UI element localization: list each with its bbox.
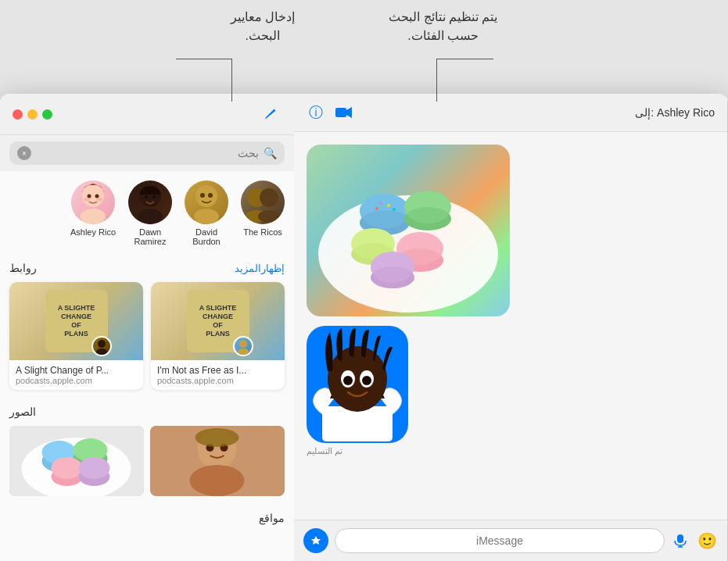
- memoji-bubble: [307, 326, 408, 443]
- svg-point-19: [387, 204, 390, 207]
- link-thumbnail-2: A SLIGHTECHANGEOFPLANS: [9, 282, 143, 360]
- link-info-2: A Slight Change of P... podcasts.apple.c…: [9, 360, 143, 390]
- svg-point-27: [343, 376, 353, 385]
- links-section-header: إظهارالمزيد روابط: [9, 262, 285, 274]
- message-input[interactable]: [335, 528, 665, 553]
- podcast-cover-1: A SLIGHTECHANGEOFPLANS: [187, 290, 249, 352]
- contact-the-ricos[interactable]: The Ricos: [241, 180, 285, 246]
- svg-point-17: [371, 266, 414, 288]
- svg-point-51: [96, 198, 102, 202]
- right-annotation: إدخال معايير البحث.: [231, 8, 295, 45]
- svg-rect-29: [677, 534, 683, 543]
- link-domain-1: podcasts.apple.com: [157, 376, 278, 385]
- show-more-links-button[interactable]: إظهارالمزيد: [235, 263, 285, 274]
- svg-point-61: [195, 428, 239, 447]
- svg-point-58: [190, 465, 245, 496]
- app-window: ⓘ Ashley Rico :إلى: [0, 94, 728, 561]
- audio-icon[interactable]: [671, 531, 690, 550]
- svg-point-44: [145, 195, 148, 198]
- contact-avatar-ashley: [71, 180, 115, 224]
- svg-point-69: [52, 457, 83, 479]
- links-section-title: روابط: [9, 262, 37, 274]
- link-card-2[interactable]: A SLIGHTECHANGEOFPLANS A Slight Change o…: [9, 282, 143, 390]
- conversation-panel: ⓘ Ashley Rico :إلى: [294, 94, 728, 561]
- svg-point-50: [84, 198, 90, 202]
- conversation-title: Ashley Rico :إلى: [635, 106, 715, 119]
- search-bar: 🔍 ×: [0, 135, 294, 171]
- delivered-label: تم التسليم: [307, 446, 342, 456]
- info-button[interactable]: ⓘ: [307, 103, 325, 122]
- svg-point-18: [375, 207, 378, 210]
- svg-point-53: [238, 348, 249, 355]
- contact-name-david: David Burdon: [192, 227, 220, 246]
- annotations: يتم تنظيم نتائج البحث حسب الفئات. إدخال …: [0, 0, 728, 102]
- link-title-2: A Slight Change of P...: [16, 365, 137, 376]
- search-input-wrapper: 🔍 ×: [9, 141, 285, 165]
- search-panel: 🔍 ×: [0, 94, 294, 561]
- message-input-area: 🙂: [294, 520, 727, 561]
- search-results: The Ricos David Burdon: [0, 171, 294, 561]
- svg-point-36: [195, 185, 217, 207]
- link-card-1[interactable]: A SLIGHTECHANGEOFPLANS I'm Not as Free a…: [151, 282, 285, 390]
- header-icons: ⓘ: [307, 103, 353, 122]
- svg-marker-1: [346, 107, 352, 118]
- svg-point-46: [82, 185, 104, 207]
- contact-name-dawn: Dawn Ramirez: [134, 227, 167, 246]
- svg-point-52: [239, 340, 247, 348]
- fullscreen-button[interactable]: [42, 109, 52, 120]
- contact-ashley[interactable]: Ashley Rico: [70, 180, 116, 246]
- window-controls: [13, 109, 52, 120]
- svg-point-55: [96, 348, 107, 355]
- svg-point-47: [81, 209, 106, 224]
- photos-grid: [9, 426, 285, 496]
- contact-name-ricos: The Ricos: [243, 227, 282, 237]
- image-message: [307, 145, 510, 316]
- compose-button[interactable]: [260, 103, 282, 125]
- svg-point-21: [393, 208, 396, 211]
- contact-avatar-dawn: [128, 180, 172, 224]
- podcast-cover-2: A SLIGHTECHANGEOFPLANS: [45, 290, 108, 352]
- macaron-image: [307, 145, 510, 316]
- svg-point-24: [328, 346, 387, 412]
- svg-point-35: [258, 210, 280, 223]
- photo-thumb-2[interactable]: [9, 426, 144, 496]
- link-domain-2: podcasts.apple.com: [16, 376, 137, 385]
- svg-point-39: [208, 193, 213, 198]
- photos-section-title: الصور: [9, 406, 36, 418]
- clear-search-button[interactable]: ×: [17, 146, 31, 160]
- svg-rect-0: [335, 108, 346, 117]
- websites-section-title: مواقع: [9, 512, 285, 524]
- contact-name-ashley: Ashley Rico: [70, 227, 116, 237]
- video-call-button[interactable]: [335, 103, 353, 122]
- photo-thumb-1[interactable]: [150, 426, 285, 496]
- link-info-1: I'm Not as Free as I... podcasts.apple.c…: [151, 360, 285, 390]
- svg-point-45: [152, 195, 156, 198]
- search-field[interactable]: [36, 147, 259, 159]
- contact-dawn[interactable]: Dawn Ramirez: [128, 180, 172, 246]
- links-grid: A SLIGHTECHANGEOFPLANS I'm Not as Free a…: [9, 282, 285, 390]
- search-icon: 🔍: [264, 147, 277, 159]
- close-button[interactable]: [13, 109, 23, 120]
- contact-avatar-ricos: [241, 180, 285, 224]
- link-thumbnail-1: A SLIGHTECHANGEOFPLANS: [151, 282, 285, 360]
- contact-david[interactable]: David Burdon: [185, 180, 228, 246]
- svg-point-38: [200, 193, 205, 198]
- minimize-button[interactable]: [27, 109, 38, 120]
- svg-point-28: [362, 376, 371, 385]
- svg-point-20: [380, 202, 382, 205]
- photos-section-header: الصور: [9, 406, 285, 418]
- contacts-row: The Ricos David Burdon: [9, 180, 285, 246]
- svg-point-33: [260, 188, 278, 207]
- conversation-area: تم التسليم: [294, 132, 727, 520]
- annotation-arrow-left: [176, 59, 232, 59]
- emoji-button[interactable]: 🙂: [696, 530, 718, 552]
- link-title-1: I'm Not as Free as I...: [157, 365, 278, 376]
- memoji-message: تم التسليم: [307, 326, 408, 456]
- svg-point-8: [404, 207, 451, 230]
- contact-avatar-david: [185, 180, 228, 224]
- svg-point-54: [98, 340, 106, 348]
- app-store-button[interactable]: [303, 528, 328, 553]
- svg-point-41: [138, 209, 163, 224]
- search-header: [0, 94, 294, 135]
- annotation-arrow-right: [437, 59, 493, 59]
